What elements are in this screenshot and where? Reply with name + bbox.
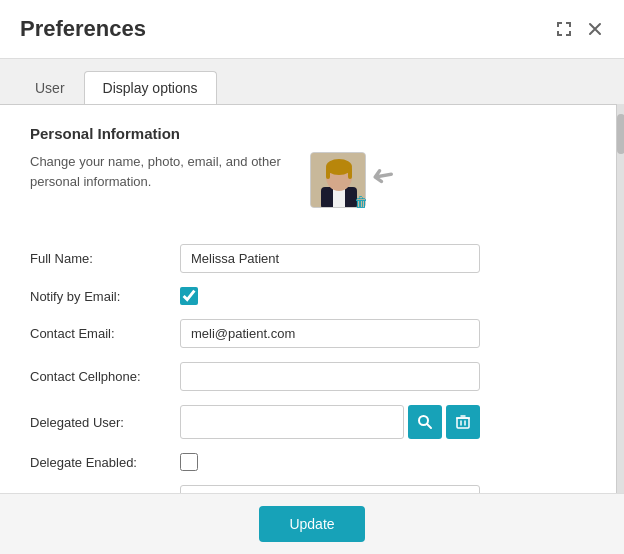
svg-rect-5 bbox=[326, 167, 330, 179]
scrollbar-thumb[interactable] bbox=[617, 114, 624, 154]
delegated-user-input-group bbox=[180, 405, 480, 439]
tab-content: Personal Information Change your name, p… bbox=[0, 104, 624, 493]
close-icon bbox=[586, 20, 604, 38]
contact-cellphone-input[interactable] bbox=[180, 362, 480, 391]
expand-icon bbox=[554, 19, 574, 39]
tabs-bar: User Display options bbox=[0, 59, 624, 104]
delegated-user-delete-button[interactable] bbox=[446, 405, 480, 439]
contact-email-input[interactable] bbox=[180, 319, 480, 348]
search-icon bbox=[417, 414, 433, 430]
delegate-enabled-label: Delegate Enabled: bbox=[30, 455, 180, 470]
modal-header: Preferences bbox=[0, 0, 624, 59]
delegated-user-search-button[interactable] bbox=[408, 405, 442, 439]
language-row: Language: Please select... bbox=[30, 485, 594, 493]
language-label: Language: bbox=[30, 492, 180, 493]
delegated-user-input[interactable] bbox=[180, 405, 404, 439]
delegated-user-row: Delegated User: bbox=[30, 405, 594, 439]
scrollbar[interactable] bbox=[616, 104, 624, 493]
delegate-enabled-row: Delegate Enabled: bbox=[30, 453, 594, 471]
modal-title: Preferences bbox=[20, 16, 146, 42]
svg-line-8 bbox=[427, 424, 431, 428]
notify-email-row: Notify by Email: bbox=[30, 287, 594, 305]
tab-display-options[interactable]: Display options bbox=[84, 71, 217, 104]
section-title: Personal Information bbox=[30, 125, 594, 142]
contact-email-row: Contact Email: bbox=[30, 319, 594, 348]
avatar-area: 🗑 ➜ bbox=[310, 152, 366, 208]
photo-row: Change your name, photo, email, and othe… bbox=[30, 152, 594, 228]
tab-user[interactable]: User bbox=[16, 71, 84, 104]
arrow-indicator: ➜ bbox=[369, 158, 397, 194]
full-name-label: Full Name: bbox=[30, 251, 180, 266]
svg-rect-9 bbox=[457, 418, 469, 428]
close-button[interactable] bbox=[586, 20, 604, 38]
full-name-row: Full Name: bbox=[30, 244, 594, 273]
svg-rect-6 bbox=[348, 167, 352, 179]
contact-cellphone-row: Contact Cellphone: bbox=[30, 362, 594, 391]
section-description: Change your name, photo, email, and othe… bbox=[30, 152, 290, 191]
tab-content-wrapper: Personal Information Change your name, p… bbox=[0, 104, 624, 493]
notify-email-checkbox[interactable] bbox=[180, 287, 198, 305]
notify-email-label: Notify by Email: bbox=[30, 289, 180, 304]
full-name-input[interactable] bbox=[180, 244, 480, 273]
language-select[interactable]: Please select... bbox=[180, 485, 480, 493]
delegate-enabled-checkbox[interactable] bbox=[180, 453, 198, 471]
preferences-modal: Preferences User Display options P bbox=[0, 0, 624, 554]
delegated-user-label: Delegated User: bbox=[30, 415, 180, 430]
update-button[interactable]: Update bbox=[259, 506, 364, 542]
modal-footer: Update bbox=[0, 493, 624, 554]
avatar-trash-icon[interactable]: 🗑 bbox=[354, 194, 368, 210]
contact-cellphone-label: Contact Cellphone: bbox=[30, 369, 180, 384]
contact-email-label: Contact Email: bbox=[30, 326, 180, 341]
expand-button[interactable] bbox=[554, 19, 574, 39]
header-icons bbox=[554, 19, 604, 39]
trash-icon bbox=[455, 414, 471, 430]
